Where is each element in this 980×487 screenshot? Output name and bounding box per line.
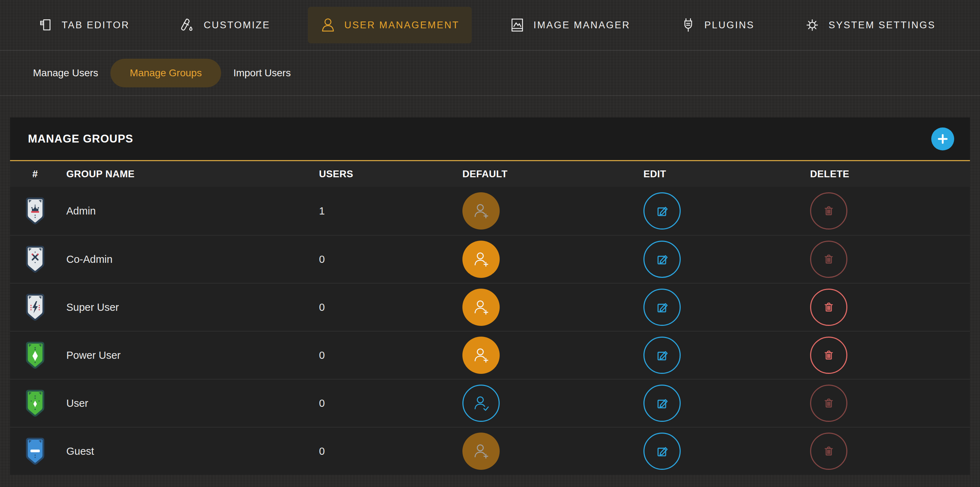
edit-pencil-icon [655,348,669,362]
column-header-default: DEFAULT [462,169,643,180]
shield-guest-icon [26,438,45,465]
delete-group-button[interactable] [810,336,847,374]
top-navigation: TAB EDITOR CUSTOMIZE USER MANAGEMENT IMA… [0,0,980,51]
nav-image-manager[interactable]: IMAGE MANAGER [497,7,642,43]
table-row: Guest 0 [10,427,970,475]
group-users-count: 0 [319,398,462,409]
group-name: Guest [51,446,319,457]
shield-co-admin-icon [26,246,45,273]
group-name: Power User [51,349,319,361]
group-users-count: 0 [319,254,462,265]
set-default-button[interactable] [462,336,500,374]
edit-group-button[interactable] [643,336,681,374]
subtab-import-users[interactable]: Import Users [222,59,302,87]
trash-icon [822,444,835,458]
nav-label: PLUGINS [704,20,754,31]
person-plus-icon [472,250,490,268]
set-default-button[interactable] [462,241,500,278]
customize-icon [179,17,196,33]
panel-header: MANAGE GROUPS [10,117,970,161]
edit-pencil-icon [655,252,669,267]
nav-label: CUSTOMIZE [204,20,270,31]
person-plus-icon [472,202,490,220]
edit-pencil-icon [655,204,669,218]
table-body: Admin 1 Co-Admin 0 [10,187,970,475]
table-row: User 0 [10,379,970,427]
column-header-number: # [19,169,51,180]
edit-group-button[interactable] [643,385,681,422]
delete-group-button[interactable] [810,241,847,278]
column-header-edit: EDIT [643,169,810,180]
shield-user-icon [26,390,45,417]
column-header-users: USERS [319,169,462,180]
edit-pencil-icon [655,444,669,458]
image-icon [509,17,525,33]
nav-label: IMAGE MANAGER [533,20,630,31]
trash-icon [822,252,835,266]
plug-icon [680,17,697,33]
group-users-count: 0 [319,349,462,361]
nav-plugins[interactable]: PLUGINS [668,7,767,43]
set-default-button[interactable] [462,433,500,470]
set-default-button[interactable] [462,289,500,326]
group-users-count: 1 [319,205,462,217]
shield-power-user-icon [26,342,45,369]
subtab-label: Manage Groups [130,67,202,78]
edit-group-button[interactable] [643,192,681,230]
table-row: Power User 0 [10,331,970,379]
person-plus-icon [472,346,490,364]
person-check-icon [472,394,490,412]
trash-icon [822,397,835,410]
nav-user-management[interactable]: USER MANAGEMENT [308,7,472,43]
sub-navigation: Manage Users Manage Groups Import Users [0,51,980,96]
gear-icon [804,17,821,33]
shield-super-user-icon [26,293,45,321]
delete-group-button[interactable] [810,433,847,470]
column-header-group-name: GROUP NAME [51,169,319,180]
trash-icon [822,300,835,314]
trash-icon [822,348,835,362]
group-name: Admin [51,205,319,217]
nav-label: TAB EDITOR [62,20,130,31]
person-plus-icon [472,442,490,460]
subtab-manage-groups[interactable]: Manage Groups [110,59,221,87]
group-name: User [51,398,319,409]
add-group-button[interactable] [931,127,954,151]
nav-tab-editor[interactable]: TAB EDITOR [25,7,142,43]
group-name: Super User [51,301,319,313]
edit-group-button[interactable] [643,433,681,470]
nav-label: USER MANAGEMENT [344,20,460,31]
column-header-delete: DELETE [810,169,970,180]
subtab-label: Manage Users [33,67,98,78]
table-row: Super User 0 [10,283,970,331]
table-header-row: # GROUP NAME USERS DEFAULT EDIT DELETE [10,161,970,187]
group-users-count: 0 [319,446,462,457]
tab-editor-icon [37,17,54,33]
user-icon [320,17,337,33]
nav-customize[interactable]: CUSTOMIZE [167,7,282,43]
table-row: Co-Admin 0 [10,235,970,283]
table-row: Admin 1 [10,187,970,235]
edit-group-button[interactable] [643,241,681,278]
edit-pencil-icon [655,396,669,410]
manage-groups-panel: MANAGE GROUPS # GROUP NAME USERS DEFAULT… [10,117,970,475]
shield-admin-icon [26,197,45,225]
delete-group-button[interactable] [810,192,847,230]
plus-icon [937,133,948,144]
delete-group-button[interactable] [810,385,847,422]
edit-pencil-icon [655,300,669,314]
trash-icon [822,204,835,218]
subtab-label: Import Users [233,67,291,78]
subtab-manage-users[interactable]: Manage Users [22,59,110,87]
nav-system-settings[interactable]: SYSTEM SETTINGS [792,7,948,43]
nav-label: SYSTEM SETTINGS [828,20,935,31]
group-name: Co-Admin [51,254,319,265]
delete-group-button[interactable] [810,289,847,326]
edit-group-button[interactable] [643,289,681,326]
person-plus-icon [472,298,490,316]
panel-title: MANAGE GROUPS [28,133,134,145]
set-default-button[interactable] [462,385,500,422]
group-users-count: 0 [319,301,462,313]
set-default-button[interactable] [462,192,500,230]
